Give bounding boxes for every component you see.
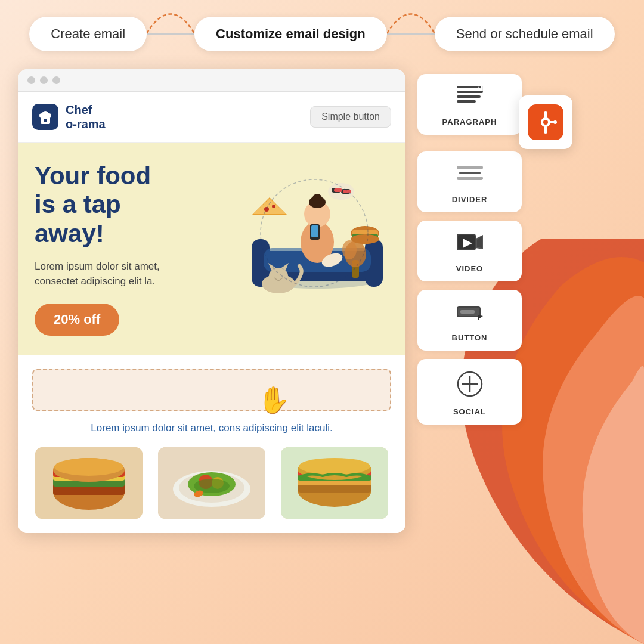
sidebar-tools: ¶ PARAGRAPH [417, 74, 522, 533]
svg-rect-15 [311, 225, 318, 237]
svg-rect-79 [457, 166, 483, 169]
svg-point-72 [543, 120, 548, 125]
svg-rect-81 [457, 177, 483, 180]
svg-point-34 [351, 234, 379, 244]
hero-text: Your food is a tap away! Lorem ipsum dol… [35, 162, 190, 336]
svg-point-13 [312, 194, 322, 203]
hero-cta-button[interactable]: 20% off [35, 304, 119, 336]
food-item-1 [35, 447, 143, 519]
svg-marker-90 [478, 315, 483, 320]
browser-dot-3 [52, 76, 60, 84]
browser-dot-1 [27, 76, 35, 84]
svg-point-19 [342, 240, 357, 259]
food-item-2 [158, 447, 265, 519]
tool-paragraph[interactable]: ¶ PARAGRAPH [417, 74, 522, 135]
svg-rect-68 [457, 95, 481, 98]
svg-rect-69 [457, 100, 476, 103]
drop-zone[interactable]: ✋ [32, 369, 391, 411]
svg-point-23 [272, 205, 275, 208]
svg-rect-66 [457, 86, 478, 88]
simple-button-badge: Simple button [310, 106, 391, 128]
drag-cursor: ✋ [258, 385, 290, 416]
browser-dot-2 [40, 76, 48, 84]
connector-1 [147, 33, 194, 35]
brand-name: Chef o-rama [66, 103, 106, 131]
brand-logo: Chef o-rama [32, 103, 106, 131]
svg-rect-4 [44, 119, 47, 122]
svg-point-76 [553, 120, 557, 124]
workflow-step-customize[interactable]: Customize email design [194, 17, 387, 51]
hubspot-logo [528, 104, 564, 140]
tool-social[interactable]: SOCIAL [417, 359, 522, 425]
email-body-text: Lorem ipsum dolor sit amet, cons adipisc… [32, 420, 391, 436]
video-icon [457, 233, 483, 258]
workflow-step-create[interactable]: Create email [29, 17, 147, 51]
hubspot-badge [519, 95, 572, 149]
tool-button[interactable]: BUTTON [417, 290, 522, 351]
svg-point-78 [544, 130, 547, 134]
button-label: BUTTON [452, 333, 488, 342]
email-body: ✋ Lorem ipsum dolor sit amet, cons adipi… [18, 355, 405, 534]
social-icon [457, 371, 483, 401]
svg-rect-29 [334, 188, 342, 192]
svg-point-36 [269, 268, 288, 284]
logo-icon [32, 104, 58, 130]
hero-illustration [222, 162, 389, 305]
paragraph-label: PARAGRAPH [442, 117, 497, 126]
tool-video[interactable]: VIDEO [417, 221, 522, 281]
email-preview-window: Chef o-rama Simple button Your food is a… [18, 69, 405, 533]
email-header: Chef o-rama Simple button [18, 92, 405, 143]
svg-rect-80 [459, 172, 481, 174]
button-icon [457, 302, 483, 327]
workflow-bar: Create email Customize email design Send… [0, 0, 644, 63]
social-label: SOCIAL [453, 407, 486, 416]
svg-point-2 [39, 113, 44, 118]
svg-marker-21 [253, 199, 286, 214]
hero-description: Lorem ipsum dolor sit amet, consectet ad… [35, 259, 190, 289]
main-content: Chef o-rama Simple button Your food is a… [0, 63, 644, 545]
svg-text:¶: ¶ [478, 86, 483, 94]
tool-divider[interactable]: DIVIDER [417, 151, 522, 212]
svg-point-74 [544, 111, 547, 114]
divider-icon [457, 163, 483, 189]
workflow-step-send[interactable]: Send or schedule email [435, 17, 615, 51]
hero-title: Your food is a tap away! [35, 162, 190, 248]
browser-chrome [18, 69, 405, 92]
svg-point-3 [47, 113, 51, 118]
svg-point-65 [299, 458, 370, 475]
svg-rect-89 [460, 310, 475, 314]
svg-point-49 [54, 458, 123, 476]
connector-2 [387, 33, 435, 35]
food-item-3 [281, 447, 388, 519]
paragraph-icon: ¶ [457, 86, 483, 112]
video-label: VIDEO [456, 264, 483, 273]
divider-label: DIVIDER [452, 195, 488, 204]
food-items-row [32, 447, 391, 519]
email-hero: Your food is a tap away! Lorem ipsum dol… [18, 143, 405, 355]
